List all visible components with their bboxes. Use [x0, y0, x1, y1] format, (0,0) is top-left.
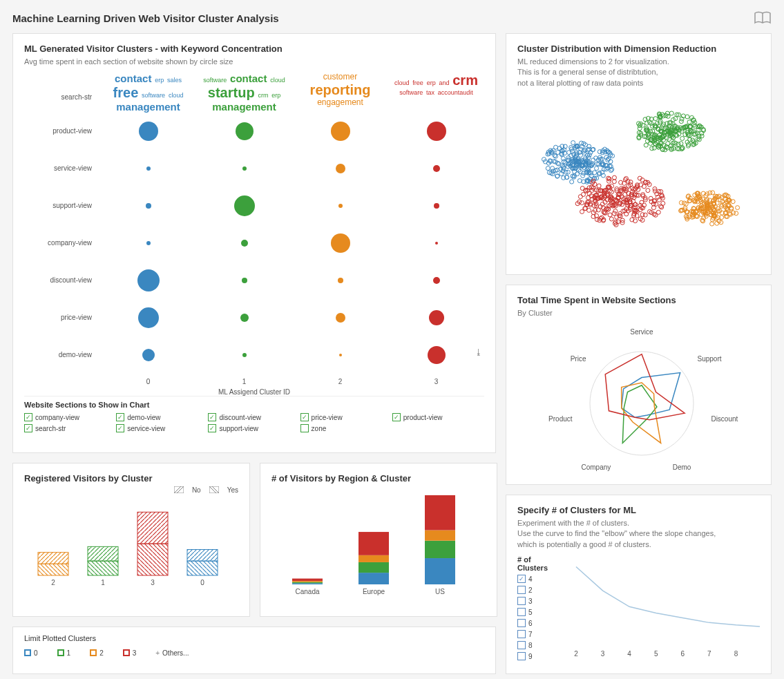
bubble-dot[interactable] — [137, 269, 160, 291]
bubble-dot[interactable] — [429, 310, 444, 325]
bubble-chart: search-str contact erp sales free softwa… — [24, 73, 484, 390]
check-label: demo-view — [127, 414, 160, 421]
check-label: 9 — [528, 653, 533, 660]
bubble-dot[interactable] — [242, 166, 247, 171]
section-check-demo-view[interactable]: ✓demo-view — [116, 413, 208, 421]
cluster-count-check-6[interactable]: 6 — [517, 619, 561, 627]
check-label: 8 — [528, 642, 533, 649]
keyword: software — [141, 92, 166, 99]
svg-rect-931 — [358, 555, 389, 562]
svg-text:Price: Price — [571, 355, 586, 363]
bubble-title: ML Generated Visitor Clusters - with Key… — [24, 44, 484, 54]
svg-rect-927 — [292, 578, 323, 580]
bubble-dot[interactable] — [427, 122, 446, 141]
svg-point-787 — [580, 201, 584, 205]
cluster-count-check-9[interactable]: 9 — [517, 652, 561, 660]
bubble-dot[interactable] — [234, 195, 255, 216]
storytelling-icon[interactable] — [754, 11, 772, 25]
bubble-dot[interactable] — [435, 242, 438, 245]
legend-no-swatch — [174, 486, 184, 493]
section-check-support-view[interactable]: ✓support-view — [208, 424, 300, 432]
bubble-dot[interactable] — [241, 240, 248, 247]
bubble-dot[interactable] — [433, 277, 440, 284]
section-check-company-view[interactable]: ✓company-view — [24, 413, 116, 421]
limit-label: 0 — [34, 649, 38, 657]
bubble-dot[interactable] — [138, 307, 159, 328]
square-icon — [57, 649, 64, 656]
svg-point-244 — [669, 111, 673, 115]
svg-text:2: 2 — [51, 579, 55, 586]
limit-cluster-1[interactable]: 1 — [57, 649, 71, 657]
svg-point-350 — [688, 137, 692, 142]
bubble-dot[interactable] — [433, 165, 440, 172]
keyword: crm — [452, 73, 479, 88]
row-label: discount-view — [24, 276, 100, 284]
keyword: erp — [271, 92, 281, 99]
svg-point-863 — [580, 210, 584, 214]
section-check-price-view[interactable]: ✓price-view — [300, 413, 392, 421]
keyword: software — [202, 77, 227, 84]
bubble-dot[interactable] — [146, 241, 151, 245]
square-icon — [90, 649, 97, 656]
cluster-count-check-7[interactable]: 7 — [517, 630, 561, 638]
bubble-dot[interactable] — [236, 122, 254, 140]
limit-cluster-0[interactable]: 0 — [24, 649, 38, 657]
cluster-count-check-8[interactable]: 8 — [517, 641, 561, 649]
wordcloud-cluster-0: contact erp sales free software cloud ma… — [100, 73, 196, 113]
section-check-product-view[interactable]: ✓product-view — [392, 413, 484, 421]
bubble-dot[interactable] — [242, 353, 247, 357]
svg-text:Discount: Discount — [711, 415, 738, 423]
checkbox-icon: ✓ — [392, 413, 401, 421]
cluster-count-check-2[interactable]: 2 — [517, 586, 561, 594]
cluster-count-check-3[interactable]: 3 — [517, 597, 561, 605]
svg-text:US: US — [435, 588, 445, 595]
svg-point-580 — [710, 222, 714, 226]
svg-point-280 — [676, 142, 680, 146]
bubble-dot[interactable] — [139, 122, 158, 141]
bubble-dot[interactable] — [146, 166, 151, 171]
svg-point-419 — [680, 137, 685, 141]
bubble-dot[interactable] — [336, 313, 345, 323]
radar-title: Total Time Spent in Website Sections — [517, 295, 760, 305]
limit-panel: Limit Plotted Clusters 0123+Others... — [12, 627, 496, 674]
bubble-dot[interactable] — [142, 349, 155, 361]
bubble-dot[interactable] — [434, 203, 439, 209]
bubble-dot[interactable] — [338, 204, 343, 208]
elbow-checks-title: # of Clusters — [517, 555, 561, 572]
bubble-panel: ML Generated Visitor Clusters - with Key… — [12, 33, 496, 453]
bubble-dot[interactable] — [339, 354, 342, 356]
download-icon[interactable]: ⭳ — [475, 347, 483, 357]
checkbox-icon — [517, 586, 526, 594]
cluster-count-check-4[interactable]: ✓4 — [517, 575, 561, 583]
keyword: free — [113, 85, 140, 101]
svg-text:5: 5 — [654, 650, 658, 658]
section-check-zone[interactable]: zone — [300, 424, 392, 432]
limit-cluster-2[interactable]: 2 — [90, 649, 104, 657]
bubble-dot[interactable] — [242, 278, 247, 283]
bubble-dot[interactable] — [428, 346, 446, 364]
bubble-dot[interactable] — [336, 164, 345, 173]
section-check-service-view[interactable]: ✓service-view — [116, 424, 208, 432]
limit-others[interactable]: +Others... — [155, 649, 189, 657]
others-label: Others... — [162, 649, 189, 657]
keyword: free — [412, 79, 424, 86]
square-icon — [24, 649, 31, 656]
bubble-dot[interactable] — [331, 233, 350, 253]
limit-cluster-3[interactable]: 3 — [123, 649, 137, 657]
check-label: 3 — [528, 597, 533, 605]
keyword: cloud — [168, 92, 184, 99]
bubble-dot[interactable] — [146, 203, 151, 209]
section-check-discount-view[interactable]: ✓discount-view — [208, 413, 300, 421]
check-label: support-view — [219, 425, 258, 432]
svg-point-72 — [575, 172, 580, 176]
bubble-dot[interactable] — [331, 122, 350, 141]
section-check-search-str[interactable]: ✓search-str — [24, 424, 116, 432]
keyword: erp — [154, 77, 164, 84]
svg-rect-925 — [292, 582, 323, 583]
bubble-dot[interactable] — [338, 278, 343, 283]
legend-yes-label: Yes — [227, 486, 238, 494]
bubble-row: company-view — [24, 224, 484, 262]
bubble-dot[interactable] — [240, 314, 249, 322]
radar-panel: Total Time Spent in Website Sections By … — [506, 285, 772, 485]
cluster-count-check-5[interactable]: 5 — [517, 608, 561, 616]
